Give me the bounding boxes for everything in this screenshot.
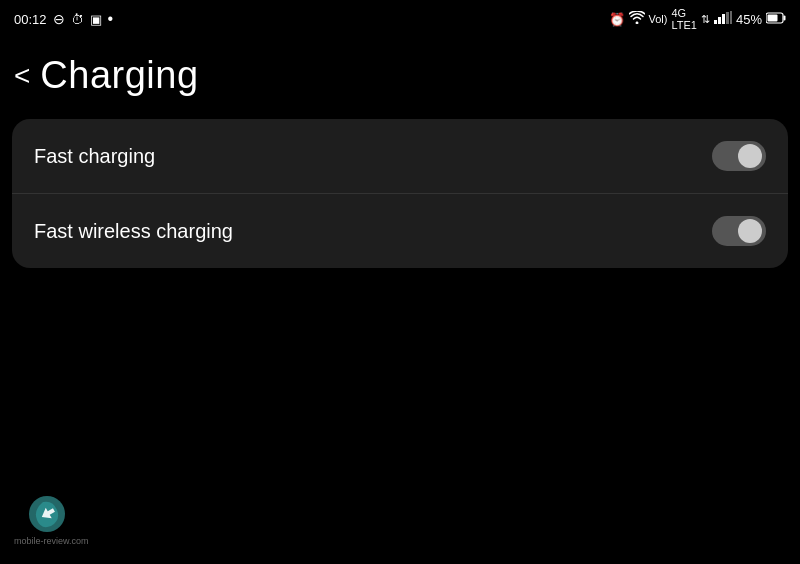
svg-rect-1 [718, 17, 721, 24]
page-title: Charging [40, 54, 198, 97]
time-display: 00:12 [14, 12, 47, 27]
vol-indicator: Vol) [649, 13, 668, 25]
lte-indicator: 4GLTE1 [671, 7, 696, 31]
battery-percent: 45% [736, 12, 762, 27]
toggle-track [712, 141, 766, 171]
toggle-thumb [738, 144, 762, 168]
status-left: 00:12 ⊖ ⏱ ▣ • [14, 11, 113, 27]
svg-rect-4 [730, 11, 732, 24]
watermark-logo [25, 492, 77, 534]
svg-rect-2 [722, 14, 725, 24]
alarm-status-icon: ⏰ [609, 12, 625, 27]
wifi-icon [629, 11, 645, 27]
svg-rect-7 [768, 14, 778, 21]
svg-rect-3 [726, 12, 729, 24]
fast-charging-label: Fast charging [34, 145, 155, 168]
fast-charging-row: Fast charging [12, 119, 788, 193]
page-header: < Charging [0, 36, 800, 119]
toggle-thumb-2 [738, 219, 762, 243]
settings-card: Fast charging Fast wireless charging [12, 119, 788, 268]
alarm-icon: ⏱ [71, 12, 84, 27]
signal-strength-icon [714, 11, 732, 27]
screenshot-icon: ▣ [90, 12, 102, 27]
fast-wireless-charging-toggle[interactable] [712, 216, 766, 246]
status-bar: 00:12 ⊖ ⏱ ▣ • ⏰ Vol) 4GLTE1 ⇅ [0, 0, 800, 36]
watermark-text: mobile-review.com [14, 536, 89, 546]
fast-wireless-charging-label: Fast wireless charging [34, 220, 233, 243]
battery-icon [766, 12, 786, 27]
dot-indicator: • [108, 11, 114, 27]
toggle-track-2 [712, 216, 766, 246]
fast-charging-toggle[interactable] [712, 141, 766, 171]
fast-wireless-charging-row: Fast wireless charging [12, 193, 788, 268]
watermark: mobile-review.com [14, 492, 89, 546]
svg-rect-0 [714, 20, 717, 24]
back-button[interactable]: < [14, 62, 30, 90]
status-right: ⏰ Vol) 4GLTE1 ⇅ 45% [609, 7, 786, 31]
data-arrows-icon: ⇅ [701, 13, 710, 26]
do-not-disturb-icon: ⊖ [53, 11, 65, 27]
svg-rect-6 [784, 15, 786, 20]
